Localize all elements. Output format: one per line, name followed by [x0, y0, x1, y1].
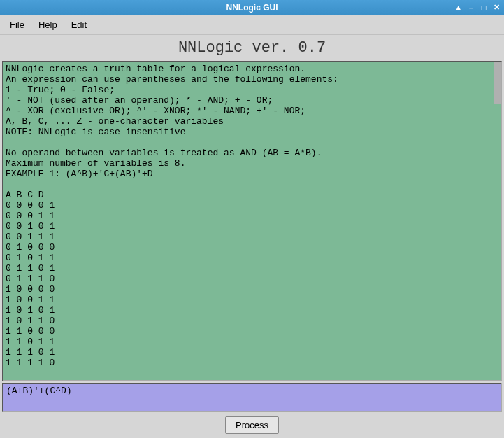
process-button[interactable]: Process — [225, 416, 279, 434]
output-textarea[interactable]: NNLogic creates a truth table for a logi… — [2, 61, 502, 381]
minimize-icon[interactable]: – — [466, 3, 476, 13]
scrollbar[interactable] — [494, 62, 501, 104]
content-area: NNLogic ver. 0.7 NNLogic creates a truth… — [0, 35, 504, 438]
app-header: NNLogic ver. 0.7 — [2, 36, 502, 61]
expression-value: (A+B)'+(C^D) — [6, 386, 72, 396]
expression-input[interactable]: (A+B)'+(C^D) — [2, 383, 502, 412]
menu-help[interactable]: Help — [33, 17, 63, 32]
menubar: File Help Edit — [0, 15, 504, 35]
keep-above-icon[interactable]: ▴ — [454, 3, 463, 13]
maximize-icon[interactable]: □ — [479, 3, 489, 13]
output-text: NNLogic creates a truth table for a logi… — [6, 64, 404, 368]
window-controls: ▴ – □ ✕ — [454, 3, 501, 13]
menu-edit[interactable]: Edit — [66, 17, 92, 32]
window-titlebar: NNLogic GUI ▴ – □ ✕ — [0, 0, 504, 15]
button-row: Process — [2, 412, 502, 435]
menu-file[interactable]: File — [4, 17, 30, 32]
window-title: NNLogic GUI — [0, 3, 504, 13]
close-icon[interactable]: ✕ — [491, 3, 501, 13]
